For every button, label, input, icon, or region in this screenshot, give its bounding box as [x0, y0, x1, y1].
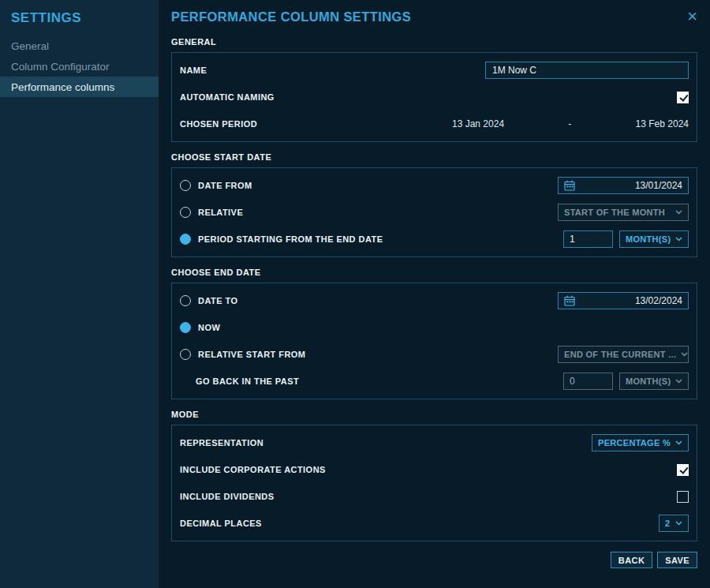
back-button[interactable]: BACK — [611, 552, 652, 568]
calendar-icon[interactable] — [564, 295, 575, 306]
relative-select[interactable]: START OF THE MONTH — [558, 204, 689, 221]
chosen-period-row: CHOSEN PERIOD 13 Jan 2024 - 13 Feb 2024 — [180, 110, 689, 137]
date-from-row: DATE FROM 13/01/202 — [180, 172, 689, 199]
representation-select[interactable]: PERCENTAGE % — [592, 434, 689, 451]
representation-value: PERCENTAGE % — [598, 438, 671, 448]
go-back-count-input[interactable] — [563, 373, 613, 390]
relative-select-value: START OF THE MONTH — [564, 208, 665, 217]
date-to-field[interactable]: 13/02/2024 — [558, 292, 689, 309]
period-start-date: 13 Jan 2024 — [452, 118, 504, 129]
close-icon[interactable]: × — [687, 8, 697, 25]
go-back-controls: MONTH(S) — [563, 373, 689, 390]
date-to-radio[interactable] — [180, 295, 191, 306]
dialog-footer: BACK SAVE — [171, 552, 697, 568]
settings-sidebar: SETTINGS General Column Configurator Per… — [0, 0, 159, 588]
period-unit-value: MONTH(S) — [626, 234, 671, 244]
sidebar-item-column-configurator[interactable]: Column Configurator — [0, 56, 159, 77]
dividends-label: INCLUDE DIVIDENDS — [180, 492, 275, 501]
chevron-down-icon — [675, 237, 682, 242]
decimal-places-label: DECIMAL PLACES — [180, 519, 262, 528]
start-date-section: DATE FROM 13/01/202 — [171, 167, 697, 257]
period-from-end-controls: MONTH(S) — [563, 230, 689, 248]
now-label: NOW — [198, 323, 220, 332]
dialog-title: PERFORMANCE COLUMN SETTINGS — [171, 9, 411, 24]
date-to-value: 13/02/2024 — [580, 295, 682, 306]
chevron-down-icon — [681, 352, 688, 357]
period-from-end-radio[interactable] — [180, 234, 191, 245]
representation-label: REPRESENTATION — [180, 438, 263, 448]
relative-label: RELATIVE — [198, 208, 243, 217]
chevron-down-icon — [675, 521, 682, 526]
name-row: NAME — [180, 57, 689, 84]
automatic-naming-row: AUTOMATIC NAMING — [180, 84, 689, 110]
now-row: NOW — [180, 314, 689, 341]
chosen-period-values: 13 Jan 2024 - 13 Feb 2024 — [452, 118, 689, 129]
automatic-naming-checkbox[interactable] — [677, 92, 689, 103]
representation-row: REPRESENTATION PERCENTAGE % — [180, 429, 689, 456]
period-from-end-label: PERIOD STARTING FROM THE END DATE — [198, 234, 383, 244]
date-from-value: 13/01/2024 — [580, 180, 682, 191]
period-end-date: 13 Feb 2024 — [636, 118, 689, 129]
date-to-label: DATE TO — [198, 296, 237, 305]
relative-radio[interactable] — [180, 207, 191, 218]
date-to-row: DATE TO 13/02/2024 — [180, 287, 689, 314]
end-date-section: DATE TO 13/02/2024 — [171, 283, 697, 399]
relative-option: RELATIVE — [180, 207, 243, 218]
period-unit-select[interactable]: MONTH(S) — [619, 230, 689, 248]
go-back-label: GO BACK IN THE PAST — [196, 376, 299, 386]
chosen-period-label: CHOSEN PERIOD — [180, 119, 257, 129]
mode-section: REPRESENTATION PERCENTAGE % INCLUDE CORP… — [171, 425, 697, 541]
decimal-places-row: DECIMAL PLACES 2 — [180, 510, 689, 537]
chevron-down-icon — [675, 379, 682, 384]
relative-start-row: RELATIVE START FROM END OF THE CURRENT .… — [180, 341, 689, 368]
sidebar-item-general[interactable]: General — [0, 36, 159, 56]
relative-start-select[interactable]: END OF THE CURRENT ... — [558, 346, 689, 363]
sidebar-item-performance-columns[interactable]: Performance columns — [0, 77, 159, 97]
corporate-actions-label: INCLUDE CORPORATE ACTIONS — [180, 465, 326, 474]
dividends-row: INCLUDE DIVIDENDS — [180, 483, 689, 510]
now-option: NOW — [180, 322, 220, 333]
relative-start-label: RELATIVE START FROM — [198, 350, 305, 359]
date-from-label: DATE FROM — [198, 181, 252, 190]
decimal-places-select[interactable]: 2 — [659, 515, 689, 532]
date-from-field[interactable]: 13/01/2024 — [558, 177, 689, 194]
automatic-naming-label: AUTOMATIC NAMING — [180, 92, 275, 102]
date-to-option: DATE TO — [180, 295, 237, 306]
mode-section-title: MODE — [171, 410, 697, 419]
name-input[interactable] — [485, 62, 689, 79]
name-label: NAME — [180, 66, 207, 75]
chevron-down-icon — [675, 210, 682, 215]
date-from-option: DATE FROM — [180, 180, 252, 191]
end-date-section-title: CHOOSE END DATE — [171, 268, 697, 277]
relative-start-option: RELATIVE START FROM — [180, 349, 305, 360]
app-window: SETTINGS General Column Configurator Per… — [0, 0, 710, 588]
chevron-down-icon — [675, 440, 682, 445]
now-radio[interactable] — [180, 322, 191, 333]
decimal-places-value: 2 — [665, 519, 670, 528]
relative-start-select-value: END OF THE CURRENT ... — [564, 350, 676, 359]
go-back-row: GO BACK IN THE PAST MONTH(S) — [180, 368, 689, 395]
corporate-actions-row: INCLUDE CORPORATE ACTIONS — [180, 456, 689, 483]
save-button[interactable]: SAVE — [657, 552, 697, 568]
performance-column-settings-panel: PERFORMANCE COLUMN SETTINGS × GENERAL NA… — [159, 0, 710, 588]
sidebar-title: SETTINGS — [0, 0, 159, 36]
date-from-radio[interactable] — [180, 180, 191, 191]
period-count-input[interactable] — [563, 230, 613, 248]
general-section-title: GENERAL — [171, 37, 697, 47]
period-from-end-row: PERIOD STARTING FROM THE END DATE MONTH(… — [180, 226, 689, 253]
relative-row: RELATIVE START OF THE MONTH — [180, 199, 689, 226]
period-separator: - — [568, 118, 571, 129]
calendar-icon[interactable] — [564, 180, 575, 191]
relative-start-radio[interactable] — [180, 349, 191, 360]
go-back-unit-select[interactable]: MONTH(S) — [619, 373, 689, 390]
general-section: NAME AUTOMATIC NAMING CHOSEN PERIOD 13 J… — [171, 52, 697, 142]
start-date-section-title: CHOOSE START DATE — [171, 152, 697, 162]
corporate-actions-checkbox[interactable] — [677, 464, 689, 476]
period-from-end-option: PERIOD STARTING FROM THE END DATE — [180, 234, 383, 245]
go-back-unit-value: MONTH(S) — [626, 376, 671, 386]
dividends-checkbox[interactable] — [677, 491, 689, 503]
dialog-header: PERFORMANCE COLUMN SETTINGS × — [171, 6, 697, 27]
